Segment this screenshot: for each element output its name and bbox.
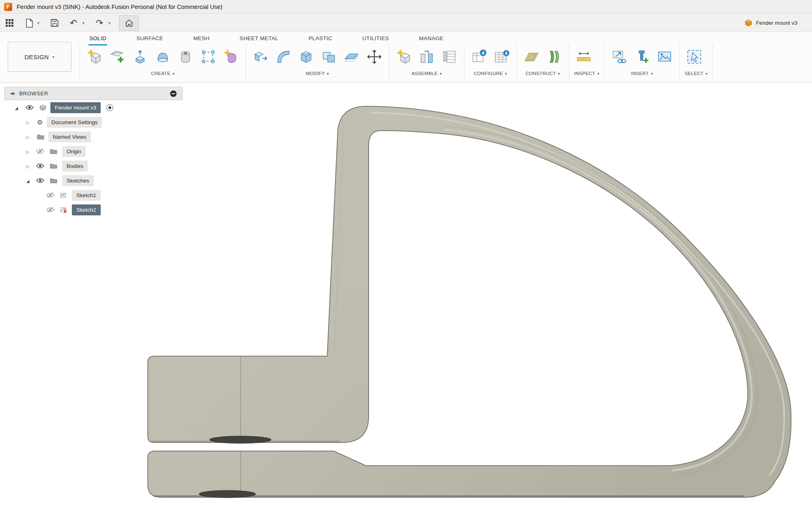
minimize-browser-icon[interactable] <box>170 90 177 97</box>
new-component-button[interactable] <box>85 45 104 68</box>
configuration-button[interactable] <box>469 45 489 68</box>
file-menu-caret-icon[interactable] <box>37 14 39 32</box>
redo-button[interactable] <box>96 14 103 32</box>
extrude-button[interactable] <box>130 45 150 68</box>
visibility-eye-icon[interactable] <box>26 105 34 110</box>
browser-item-sketches[interactable]: Sketches <box>62 175 94 186</box>
caret-down-icon <box>505 71 507 76</box>
shell-button[interactable] <box>296 45 316 68</box>
browser-item-document-settings[interactable]: Document Settings <box>47 117 102 128</box>
redo-caret-icon[interactable] <box>108 14 110 32</box>
browser-row-sketches[interactable]: Sketches <box>4 173 183 188</box>
tab-manage[interactable]: MANAGE <box>418 32 444 45</box>
group-label-configure[interactable]: CONFIGURE <box>469 71 512 76</box>
expand-toggle-icon[interactable] <box>14 104 19 111</box>
expand-toggle-icon[interactable] <box>25 162 30 170</box>
activate-component-radio[interactable] <box>106 104 113 111</box>
group-label-create[interactable]: CREATE <box>85 71 241 76</box>
group-label-modify[interactable]: MODIFY <box>251 71 384 76</box>
app-grid-icon[interactable] <box>6 14 13 32</box>
create-form-button[interactable] <box>221 45 241 68</box>
browser-item-origin[interactable]: Origin <box>62 146 86 157</box>
insert-canvas-button[interactable] <box>655 45 674 68</box>
group-label-text: CONSTRUCT <box>525 71 556 76</box>
group-label-assemble[interactable]: ASSEMBLE <box>394 71 459 76</box>
undo-caret-icon[interactable] <box>82 14 84 32</box>
insert-derive-button[interactable] <box>609 45 629 68</box>
browser-row-sketch1[interactable]: Sketch1 <box>4 188 183 202</box>
browser-item-named-views[interactable]: Named Views <box>48 131 91 142</box>
caret-down-icon <box>440 71 442 76</box>
browser-row-named-views[interactable]: Named Views <box>4 129 183 144</box>
construction-plane-icon <box>523 49 540 65</box>
save-button[interactable] <box>50 14 59 32</box>
revolve-button[interactable] <box>153 45 173 68</box>
browser-item-bodies[interactable]: Bodies <box>62 161 88 172</box>
group-label-construct[interactable]: CONSTRUCT <box>522 71 564 76</box>
group-label-insert[interactable]: INSERT <box>609 71 674 76</box>
app-grid-glyph <box>6 19 13 27</box>
visibility-eye-icon[interactable] <box>36 163 44 169</box>
move-copy-button[interactable] <box>365 45 384 68</box>
group-label-inspect[interactable]: INSPECT <box>574 71 599 76</box>
measure-button[interactable] <box>574 45 594 68</box>
construction-axis-icon <box>546 49 562 65</box>
undo-button[interactable] <box>70 14 77 32</box>
visibility-eye-icon[interactable] <box>36 178 44 183</box>
visibility-off-eye-icon[interactable] <box>46 192 54 198</box>
browser-item-sketch1[interactable]: Sketch1 <box>72 190 101 201</box>
rectangular-pattern-button[interactable] <box>199 45 218 68</box>
expand-toggle-icon[interactable] <box>25 118 30 126</box>
visibility-off-eye-icon[interactable] <box>46 207 54 213</box>
offset-face-button[interactable] <box>342 45 361 68</box>
file-icon <box>25 19 33 28</box>
joint-button[interactable] <box>417 45 436 68</box>
assemble-new-component-button[interactable] <box>394 45 414 68</box>
home-view-button[interactable] <box>119 15 139 31</box>
expand-toggle-icon[interactable] <box>25 177 30 184</box>
browser-row-sketch2[interactable]: Sketch2 <box>4 202 183 217</box>
document-badge[interactable]: Fender mount v3 <box>745 14 797 32</box>
group-label-text: MODIFY <box>306 71 325 76</box>
lower-mount-hole[interactable] <box>199 490 256 498</box>
home-icon <box>125 19 134 27</box>
tab-surface[interactable]: SURFACE <box>136 32 164 45</box>
group-label-text: CREATE <box>151 71 171 76</box>
folder-icon <box>37 134 44 140</box>
tab-plastic[interactable]: PLASTIC <box>308 32 333 45</box>
group-label-text: CONFIGURE <box>474 71 503 76</box>
file-menu-button[interactable] <box>25 14 33 32</box>
create-sketch-button[interactable] <box>108 45 127 68</box>
select-tool-button[interactable] <box>685 45 704 68</box>
browser-row-root[interactable]: Fender mount v3 <box>4 100 183 115</box>
browser-row-origin[interactable]: Origin <box>4 144 183 159</box>
configuration-table-button[interactable] <box>492 45 512 68</box>
fillet-button[interactable] <box>274 45 293 68</box>
workspace-selector[interactable]: DESIGN <box>8 42 71 72</box>
hole-button[interactable] <box>176 45 195 68</box>
group-label-select[interactable]: SELECT <box>685 71 708 76</box>
browser-row-document-settings[interactable]: ⚙ Document Settings <box>4 115 183 129</box>
press-pull-button[interactable] <box>251 45 270 68</box>
extrude-icon <box>132 49 148 65</box>
group-label-text: SELECT <box>685 71 704 76</box>
bom-button[interactable] <box>440 45 459 68</box>
ribbon-groups: CREATE <box>80 44 713 82</box>
construction-plane-button[interactable] <box>522 45 541 68</box>
tab-utilities[interactable]: UTILITIES <box>361 32 390 45</box>
tab-solid[interactable]: SOLID <box>89 32 107 45</box>
browser-item-root[interactable]: Fender mount v3 <box>50 102 101 113</box>
expand-toggle-icon[interactable] <box>25 133 30 140</box>
browser-row-bodies[interactable]: Bodies <box>4 159 183 173</box>
configuration-icon <box>471 49 487 65</box>
insert-fastener-button[interactable] <box>632 45 652 68</box>
tab-mesh[interactable]: MESH <box>192 32 210 45</box>
expand-toggle-icon[interactable] <box>25 148 30 155</box>
upper-mount-hole[interactable] <box>209 436 271 443</box>
collapse-panel-icon[interactable] <box>10 92 13 95</box>
construction-axis-button[interactable] <box>544 45 564 68</box>
combine-button[interactable] <box>319 45 339 68</box>
tab-sheet-metal[interactable]: SHEET METAL <box>239 32 279 45</box>
visibility-off-eye-icon[interactable] <box>36 148 44 154</box>
browser-item-sketch2[interactable]: Sketch2 <box>72 204 101 215</box>
